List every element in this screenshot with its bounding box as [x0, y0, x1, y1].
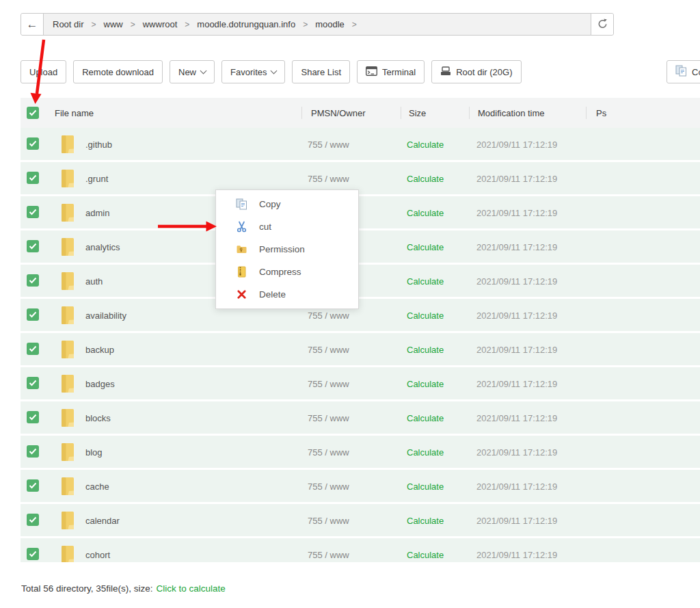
file-name[interactable]: admin [85, 207, 109, 217]
click-to-calculate-link[interactable]: Click to calculate [157, 583, 226, 594]
table-row[interactable]: badges 755 / www Calculate 2021/09/11 17… [21, 367, 700, 401]
copy-button-partial[interactable]: Co [667, 60, 700, 83]
table-row[interactable]: backup 755 / www Calculate 2021/09/11 17… [21, 333, 700, 367]
refresh-icon [597, 18, 608, 31]
size-calculate-link[interactable]: Calculate [407, 310, 444, 320]
file-name[interactable]: cohort [85, 549, 110, 559]
table-row[interactable]: auth 755 / www Calculate 2021/09/11 17:1… [21, 265, 700, 299]
file-name[interactable]: .github [85, 139, 112, 149]
delete-x-icon [236, 289, 247, 300]
header-ps[interactable]: Ps [596, 108, 606, 118]
breadcrumb-separator: > [303, 20, 308, 29]
header-size[interactable]: Size [409, 108, 426, 118]
modification-time: 2021/09/11 17:12:19 [476, 549, 557, 559]
new-dropdown-button[interactable]: New [170, 60, 215, 83]
row-checkbox[interactable] [27, 514, 39, 526]
menu-item-delete[interactable]: Delete [216, 283, 358, 306]
select-all-checkbox[interactable] [27, 107, 39, 119]
favorites-dropdown-button[interactable]: Favorites [221, 60, 285, 83]
context-menu: Copy cut Permission [215, 189, 359, 309]
file-name[interactable]: blocks [85, 412, 111, 423]
share-list-button[interactable]: Share List [292, 60, 350, 83]
table-row[interactable]: cache 755 / www Calculate 2021/09/11 17:… [21, 470, 700, 504]
header-pmsn-owner[interactable]: PMSN/Owner [311, 108, 365, 118]
file-name[interactable]: calendar [85, 515, 120, 525]
drive-icon [440, 66, 451, 78]
breadcrumb-item[interactable]: Root dir [53, 19, 84, 29]
menu-item-permission[interactable]: Permission [216, 238, 358, 261]
row-checkbox[interactable] [27, 377, 39, 389]
file-name[interactable]: backup [85, 344, 114, 354]
size-calculate-link[interactable]: Calculate [407, 344, 444, 354]
table-row[interactable]: availability 755 / www Calculate 2021/09… [21, 299, 700, 333]
row-checkbox[interactable] [27, 479, 39, 492]
check-icon [29, 311, 37, 318]
row-checkbox[interactable] [27, 206, 39, 218]
table-row[interactable]: analytics 755 / www Calculate 2021/09/11… [21, 230, 700, 265]
modification-time: 2021/09/11 17:12:19 [476, 344, 557, 354]
breadcrumb-separator: > [92, 20, 96, 29]
root-dir-disk-button[interactable]: Root dir (20G) [431, 60, 521, 83]
menu-item-compress[interactable]: Compress [216, 261, 358, 283]
terminal-button[interactable]: Terminal [357, 60, 425, 83]
row-checkbox[interactable] [27, 445, 39, 458]
table-row[interactable]: calendar 755 / www Calculate 2021/09/11 … [21, 504, 700, 538]
breadcrumb-item[interactable]: wwwroot [143, 19, 178, 29]
back-arrow-icon: ← [27, 18, 38, 31]
menu-item-copy[interactable]: Copy [216, 193, 358, 215]
row-checkbox[interactable] [27, 137, 39, 150]
table-row[interactable]: admin 755 / www Calculate 2021/09/11 17:… [21, 196, 700, 230]
size-calculate-link[interactable]: Calculate [407, 276, 444, 286]
row-checkbox[interactable] [27, 172, 39, 184]
size-calculate-link[interactable]: Calculate [407, 481, 444, 491]
refresh-button[interactable] [591, 14, 613, 35]
modification-time: 2021/09/11 17:12:19 [476, 515, 557, 525]
root-dir-label: Root dir (20G) [456, 67, 512, 77]
size-calculate-link[interactable]: Calculate [407, 549, 444, 559]
table-row[interactable]: cohort 755 / www Calculate 2021/09/11 17… [21, 538, 700, 562]
modification-time: 2021/09/11 17:12:19 [476, 481, 557, 491]
row-checkbox[interactable] [27, 274, 39, 287]
size-calculate-link[interactable]: Calculate [407, 447, 444, 457]
check-icon [29, 109, 37, 116]
breadcrumb-item[interactable]: www [104, 19, 123, 29]
breadcrumb-item[interactable]: moodle.dotrungquan.info [197, 19, 295, 29]
breadcrumb-item[interactable]: moodle [315, 19, 345, 29]
check-icon [29, 174, 37, 181]
file-name[interactable]: blog [85, 447, 103, 457]
file-name[interactable]: cache [85, 481, 109, 491]
upload-button[interactable]: Upload [21, 60, 66, 83]
file-name[interactable]: .grunt [85, 173, 108, 183]
size-calculate-link[interactable]: Calculate [407, 241, 444, 252]
terminal-icon [366, 66, 377, 78]
size-calculate-link[interactable]: Calculate [407, 139, 444, 149]
row-checkbox[interactable] [27, 308, 39, 321]
check-icon [29, 482, 37, 489]
row-checkbox[interactable] [27, 411, 39, 423]
table-row[interactable]: blog 755 / www Calculate 2021/09/11 17:1… [21, 436, 700, 470]
table-row[interactable]: .grunt 755 / www Calculate 2021/09/11 17… [21, 162, 700, 196]
size-calculate-link[interactable]: Calculate [407, 515, 444, 525]
header-file-name[interactable]: File name [55, 108, 94, 118]
modification-time: 2021/09/11 17:12:19 [476, 276, 557, 286]
remote-download-button[interactable]: Remote download [73, 60, 163, 83]
file-name[interactable]: analytics [85, 241, 120, 252]
permission-owner: 755 / www [308, 481, 349, 491]
permission-owner: 755 / www [308, 515, 349, 525]
size-calculate-link[interactable]: Calculate [407, 173, 444, 183]
row-checkbox[interactable] [27, 343, 39, 355]
file-name[interactable]: badges [85, 378, 115, 388]
row-checkbox[interactable] [27, 548, 39, 560]
permission-owner: 755 / www [308, 310, 349, 320]
table-row[interactable]: .github 755 / www Calculate 2021/09/11 1… [21, 128, 700, 162]
size-calculate-link[interactable]: Calculate [407, 378, 444, 388]
size-calculate-link[interactable]: Calculate [407, 207, 444, 217]
size-calculate-link[interactable]: Calculate [407, 412, 444, 423]
file-name[interactable]: auth [85, 276, 103, 286]
file-name[interactable]: availability [85, 310, 126, 320]
back-button[interactable]: ← [21, 14, 44, 35]
menu-item-cut[interactable]: cut [216, 215, 358, 238]
header-modification-time[interactable]: Modification time [478, 108, 545, 118]
table-row[interactable]: blocks 755 / www Calculate 2021/09/11 17… [21, 401, 700, 436]
row-checkbox[interactable] [27, 240, 39, 252]
